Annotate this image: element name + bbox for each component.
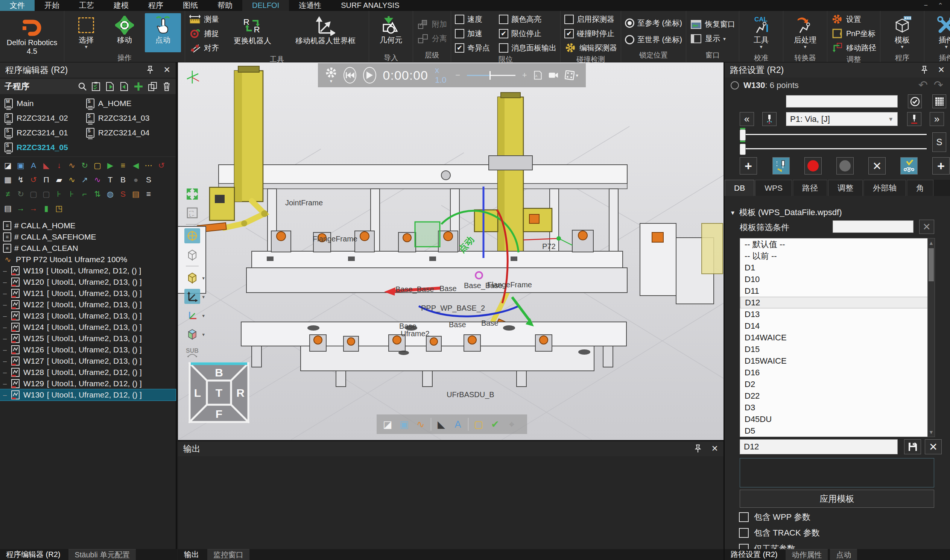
menu-item[interactable]: 图纸 — [173, 0, 208, 11]
undo-icon[interactable]: ↶ — [918, 78, 928, 91]
align-button[interactable]: 对齐 — [189, 42, 219, 54]
viewport-tool-icon[interactable] — [468, 418, 468, 431]
tree-expander[interactable]: – — [3, 312, 8, 320]
template-option-checkbox-row[interactable]: ✔ 包含 TRACK 参数 — [739, 527, 820, 538]
subprogram-item[interactable]: M Main — [3, 96, 85, 110]
tree-expander[interactable]: – — [3, 278, 8, 286]
move-button[interactable]: 移动 — [106, 13, 143, 52]
close-icon[interactable]: ✕ — [938, 65, 945, 75]
slider-s-button[interactable]: S — [932, 132, 946, 152]
point-name-input[interactable] — [786, 95, 898, 108]
tree-expander[interactable]: – — [3, 301, 8, 309]
statement-tool-icon[interactable]: S — [117, 188, 129, 200]
jog-button[interactable]: 点动 — [145, 13, 181, 52]
statement-tool-icon[interactable]: ↯ — [15, 174, 26, 185]
statement-tool-icon[interactable]: ◪ — [2, 160, 14, 171]
limit-checkbox-row[interactable]: ✔ 速度 — [455, 13, 490, 25]
statement-tool-icon[interactable]: T — [105, 174, 116, 185]
menu-item[interactable]: 连通性 — [289, 0, 331, 11]
path-radio[interactable] — [731, 81, 739, 89]
statement-tool-icon[interactable]: ◀ — [130, 160, 142, 171]
axes-display-button[interactable]: ▾ — [184, 308, 200, 323]
menu-item[interactable]: 程序 — [139, 0, 173, 11]
view-cube[interactable]: B L T R F — [188, 362, 249, 423]
statement-row[interactable]: – ≡ ∿ W124 [ Utool1, Uframe2, D13, () ] — [0, 322, 176, 333]
play-button[interactable] — [363, 67, 376, 83]
rewind-button[interactable] — [343, 67, 356, 83]
checkbox[interactable]: ✔ — [499, 15, 508, 24]
select-button[interactable]: 选择 ▾ — [68, 13, 104, 52]
viewport-tool-icon[interactable]: ▣ — [398, 418, 411, 431]
panel-tab[interactable]: 点动 — [830, 549, 857, 560]
statement-tool-icon[interactable]: ◳ — [54, 203, 65, 214]
attach-button[interactable]: 附加 — [417, 18, 447, 31]
zoom-fit-button[interactable] — [184, 186, 200, 202]
collapse-ribbon-icon[interactable]: ⌃ — [938, 2, 943, 10]
template-option-checkbox-row[interactable]: ✔ 包含 WPP 参数 — [739, 511, 820, 523]
checkbox[interactable]: ✔ — [499, 29, 508, 38]
checkbox[interactable]: ✔ — [455, 15, 464, 24]
add-point-before-button[interactable]: + — [740, 157, 757, 174]
statement-tool-icon[interactable]: ▤ — [2, 203, 14, 214]
template-list-item[interactable]: D12 — [740, 297, 934, 308]
speed-plus-button[interactable]: + — [522, 70, 527, 80]
save-template-button[interactable] — [904, 439, 921, 454]
close-icon[interactable]: ✕ — [711, 444, 718, 454]
next-path-button[interactable]: » — [930, 112, 944, 126]
statement-tool-icon[interactable]: ▰ — [54, 174, 65, 185]
statement-tool-icon[interactable]: Π — [41, 174, 52, 185]
import-program-icon[interactable] — [105, 82, 115, 91]
viewport-tool-icon[interactable]: ▢ — [472, 418, 485, 431]
prev-path-button[interactable]: « — [740, 112, 754, 126]
statement-row[interactable]: – ≡ ∿ W130 [ Utool1, Uframe2, D12, () ] — [0, 389, 176, 400]
statement-tool-icon[interactable]: ↻ — [15, 188, 26, 200]
limit-checkbox-row[interactable]: ✔ 消息面板输出 — [499, 42, 556, 54]
template-list-item[interactable]: D10 — [740, 274, 934, 285]
template-list-item[interactable]: D11 — [740, 285, 934, 297]
confirm-point-button[interactable] — [908, 94, 922, 108]
statement-tool-icon[interactable]: ≡ — [143, 188, 154, 200]
limit-checkbox-row[interactable]: ✔ 限位停止 — [499, 28, 556, 40]
viewport-tool-icon[interactable]: A — [451, 418, 464, 431]
statement-tool-icon[interactable]: ⊦ — [54, 188, 65, 200]
statement-tool-icon[interactable]: ⊦ — [66, 188, 77, 200]
statement-tool-icon[interactable]: ◍ — [105, 188, 116, 200]
checklist-icon[interactable] — [91, 82, 100, 91]
tree-expander[interactable]: – — [3, 391, 8, 399]
statement-tool-icon[interactable]: ↺ — [28, 174, 39, 185]
menu-item[interactable]: 文件 — [0, 0, 35, 11]
statement-tool-icon[interactable]: ▢ — [28, 188, 39, 200]
plugins-button[interactable]: 插件 ▾ — [928, 13, 950, 52]
copy-icon[interactable] — [148, 82, 158, 91]
path-position-slider[interactable] — [740, 129, 927, 142]
geometry-import-button[interactable]: 几何元 — [373, 13, 409, 52]
statement-row[interactable]: – ≡ ∿ W125 [ Utool1, Uframe2, D13, () ] — [0, 333, 176, 344]
statement-row[interactable]: – ≡ ∿ W120 [ Utool1, Uframe2, D13, () ] — [0, 277, 176, 288]
redo-icon[interactable]: ↷ — [934, 78, 943, 91]
record-video-icon[interactable] — [548, 71, 558, 80]
settings-button[interactable]: 设置 — [831, 13, 876, 25]
subprogram-item[interactable]: S A_HOME — [85, 96, 173, 110]
menu-item[interactable]: DELFOI — [242, 0, 289, 11]
statement-row[interactable]: – ≡ ∿ W122 [ Utool1, Uframe2, D13, () ] — [0, 299, 176, 310]
apply-template-button[interactable]: 应用模板 — [740, 490, 934, 508]
template-list-item[interactable]: D13 — [740, 308, 934, 320]
statement-row[interactable]: – ≡ ∿ W127 [ Utool1, Uframe2, D13, () ] — [0, 355, 176, 367]
settings-tab[interactable]: DB — [725, 180, 754, 196]
statement-row[interactable]: – ≡ ∿ W129 [ Utool1, Uframe2, D12, () ] — [0, 378, 176, 389]
statement-tool-icon[interactable]: ▤ — [130, 188, 142, 200]
move-path-button[interactable]: 移动路径 — [831, 42, 876, 54]
template-filter-input[interactable] — [833, 220, 913, 233]
subprogram-item[interactable]: S R2ZC3214_01 — [3, 126, 85, 140]
speed-minus-button[interactable]: − — [455, 70, 460, 80]
statement-tool-icon[interactable]: ● — [130, 174, 142, 185]
restore-window-button[interactable]: 恢复窗口 — [690, 18, 735, 31]
collision-checkbox-row[interactable]: ✔ 启用探测器 — [564, 13, 617, 25]
3d-viewport[interactable]: JointFrameFlangeFrame点动P72Base_BaseBaseB… — [178, 62, 724, 440]
statement-tool-icon[interactable]: ⇅ — [92, 188, 103, 200]
next-point-button[interactable] — [907, 112, 921, 126]
radio-button[interactable] — [625, 35, 634, 45]
statement-tool-icon[interactable]: ∿ — [92, 174, 103, 185]
statement-tool-icon[interactable]: → — [28, 203, 39, 214]
settings-tab[interactable]: 外部轴 — [864, 180, 906, 196]
